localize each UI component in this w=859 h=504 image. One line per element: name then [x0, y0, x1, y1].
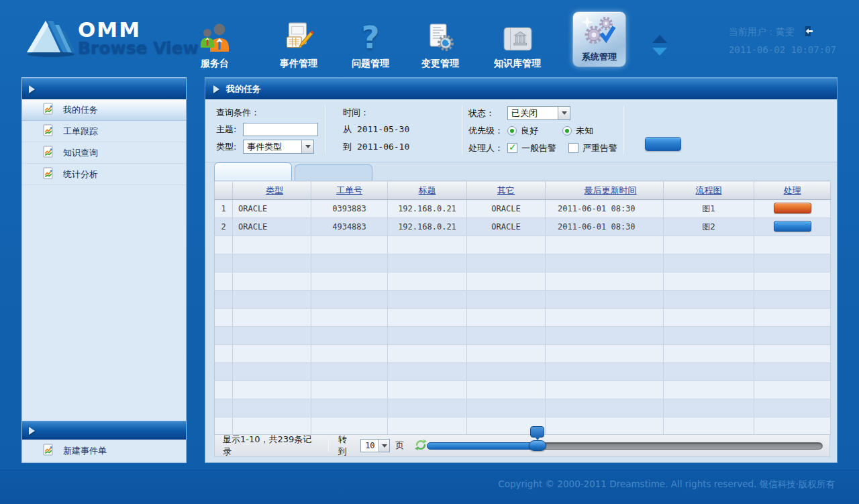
sidebar-item-label: 统计分析 [63, 168, 98, 181]
priority-radio-good[interactable] [507, 126, 517, 136]
scroll-down-icon[interactable] [652, 48, 667, 56]
cell-other: ORACLE [467, 200, 546, 218]
divider [325, 105, 325, 154]
status-select[interactable]: 已关闭 [507, 106, 570, 120]
cell-type [233, 363, 311, 381]
cell-updated [546, 345, 664, 363]
nav-item-system-mgmt[interactable]: 系统管理 [572, 11, 626, 67]
row-action-button[interactable] [774, 203, 811, 213]
nav-label: 问题管理 [352, 58, 389, 70]
doc-chart-icon [42, 103, 54, 117]
people-icon [199, 18, 231, 53]
cell-title [388, 236, 467, 254]
cell-updated: 2011-06-01 08:30 [546, 200, 664, 218]
cell-flow [664, 417, 754, 436]
chevron-down-icon[interactable] [301, 140, 313, 153]
nav-item-service-desk[interactable]: 服务台 [183, 11, 247, 70]
scroll-up-icon[interactable] [652, 35, 667, 43]
header-updated[interactable]: 最后更新时间 [546, 181, 664, 200]
cell-action [754, 327, 831, 345]
table-row [215, 363, 831, 381]
header-ticket-no[interactable]: 工单号 [311, 181, 388, 200]
cell-other [467, 291, 546, 309]
cell-other [467, 236, 546, 254]
cell-title [388, 309, 467, 327]
cell-action [754, 345, 831, 363]
cell-ticket_no [311, 309, 388, 327]
page-select-value: 10 [361, 440, 378, 452]
cell-flow [664, 363, 754, 381]
subject-input[interactable] [243, 123, 318, 136]
sidebar-item-my-tasks[interactable]: 我的任务 [22, 99, 186, 121]
from-date-value: 2011-05-30 [357, 124, 409, 134]
cell-ticket_no [311, 399, 388, 417]
priority-radio-unknown[interactable] [562, 126, 572, 136]
cell-type [233, 345, 311, 363]
cell-updated [546, 327, 664, 345]
handler-checkbox-general[interactable] [507, 143, 517, 153]
cell-type [233, 381, 311, 399]
query-right-section: 状态： 已关闭 优先级： 良好 未知 处理人： 一般告警 [468, 104, 617, 156]
nav-label: 变更管理 [421, 58, 459, 70]
chevron-down-icon[interactable] [558, 107, 570, 119]
slider-handle[interactable] [529, 440, 546, 451]
header-other[interactable]: 其它 [467, 181, 546, 200]
arrow-right-icon [213, 85, 219, 93]
cell-index [215, 399, 233, 417]
app-logo: OMM Browse View [26, 13, 200, 66]
cell-title [388, 272, 467, 291]
cell-title [388, 327, 467, 345]
sidebar-item-knowledge-query[interactable]: 知识查询 [22, 142, 186, 164]
cell-action [754, 381, 831, 399]
header-title[interactable]: 标题 [388, 181, 467, 200]
cell-index: 2 [215, 218, 233, 236]
chevron-down-icon[interactable] [378, 440, 389, 452]
nav-item-knowledge-mgmt[interactable]: 知识库管理 [485, 11, 550, 70]
table-row [215, 381, 831, 399]
cell-title [388, 399, 467, 417]
sidebar-item-statistics[interactable]: 统计分析 [22, 164, 186, 185]
nav-item-change-mgmt[interactable]: 变更管理 [408, 11, 472, 70]
sidebar-item-label: 知识查询 [63, 147, 98, 159]
nav-item-problem-mgmt[interactable]: ? 问题管理 [338, 11, 403, 70]
cell-other [467, 254, 546, 272]
divider [462, 105, 462, 154]
sidebar-item-new-incident[interactable]: 新建事件单 [22, 440, 186, 462]
cell-index [215, 363, 233, 381]
cell-flow: 图2 [664, 218, 754, 236]
tab-2[interactable] [295, 164, 372, 181]
cell-type [233, 236, 311, 254]
table-header-row: 类型 工单号 标题 其它 最后更新时间 流程图 处理 [215, 181, 831, 200]
logout-icon[interactable] [800, 26, 813, 39]
status-label: 状态： [468, 107, 507, 119]
cell-type [233, 417, 311, 436]
header-type[interactable]: 类型 [233, 181, 311, 200]
refresh-icon[interactable] [415, 439, 427, 453]
query-left-section: 查询条件： 主题: 类型: 事件类型 [216, 105, 318, 155]
tab-1[interactable] [214, 162, 292, 181]
cell-flow [664, 399, 754, 417]
table-row [215, 327, 831, 345]
row-action-button[interactable] [774, 221, 811, 232]
cell-ticket_no [311, 272, 388, 291]
page-select[interactable]: 10 [360, 439, 390, 452]
header-flow[interactable]: 流程图 [664, 181, 754, 200]
handler-label: 处理人： [468, 142, 507, 154]
priority-option-label: 未知 [576, 125, 593, 137]
search-button[interactable] [645, 137, 681, 151]
cell-title [388, 417, 467, 436]
to-date-value: 2011-06-10 [357, 142, 409, 152]
type-select[interactable]: 事件类型 [243, 140, 314, 154]
logo-text: OMM Browse View [78, 17, 199, 58]
handler-checkbox-severe[interactable] [568, 143, 578, 153]
cell-ticket_no [311, 345, 388, 363]
logo-subtitle: Browse View [78, 38, 199, 58]
cell-title [388, 291, 467, 309]
cell-flow: 图1 [664, 200, 754, 218]
nav-item-incident-mgmt[interactable]: 事件管理 [266, 11, 331, 70]
table-row [215, 345, 831, 363]
header-action[interactable]: 处理 [754, 181, 831, 200]
cell-type: ORACLE [233, 200, 311, 218]
sidebar-item-ticket-tracking[interactable]: 工单跟踪 [22, 121, 186, 142]
cell-title [388, 345, 467, 363]
